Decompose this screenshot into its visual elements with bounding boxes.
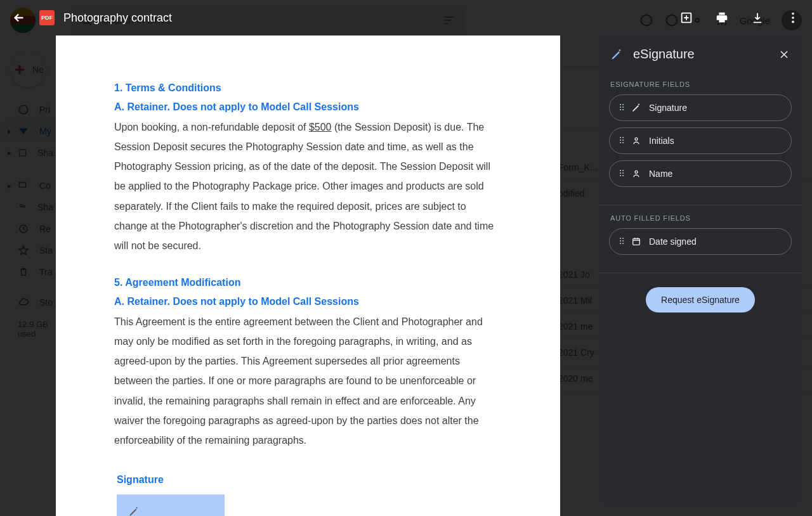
svg-point-23 xyxy=(792,21,794,23)
section-heading-terms: 1. Terms & Conditions xyxy=(114,79,497,98)
more-button[interactable] xyxy=(782,6,804,29)
more-vert-icon xyxy=(786,11,800,25)
drag-handle-icon: ⠿ xyxy=(619,136,624,145)
document-page: 1. Terms & Conditions A. Retainer. Does … xyxy=(56,35,560,516)
person-icon xyxy=(631,169,641,179)
chip-label: Date signed xyxy=(649,236,697,247)
chip-label: Initials xyxy=(649,136,674,146)
esignature-action-row: Request eSignature xyxy=(599,273,802,326)
paragraph-agreement: This Agreement is the entire agreement b… xyxy=(114,312,497,450)
download-button[interactable] xyxy=(746,6,769,29)
svg-point-25 xyxy=(635,171,638,173)
svg-point-24 xyxy=(635,138,638,140)
esignature-fields-section: ESIGNATURE FIELDS ⠿ Signature ⠿ Initials… xyxy=(599,72,802,203)
arrow-left-icon xyxy=(12,11,26,25)
subheading-retainer-2: A. Retainer. Does not apply to Model Cal… xyxy=(114,292,497,311)
drag-handle-icon: ⠿ xyxy=(619,103,624,112)
close-button[interactable] xyxy=(778,48,790,61)
add-box-icon xyxy=(679,11,693,25)
paragraph-deposit: Upon booking, a non-refundable deposit o… xyxy=(114,117,497,255)
drag-handle-icon: ⠿ xyxy=(619,169,624,178)
field-chip-initials[interactable]: ⠿ Initials xyxy=(609,127,792,154)
field-chip-name[interactable]: ⠿ Name xyxy=(609,160,792,187)
print-button[interactable] xyxy=(710,6,733,29)
esignature-title: eSignature xyxy=(633,47,695,61)
esignature-fields-label: ESIGNATURE FIELDS xyxy=(610,81,792,88)
field-chip-date-signed[interactable]: ⠿ Date signed xyxy=(609,228,792,255)
calendar-icon xyxy=(631,236,641,247)
document-title: Photography contract xyxy=(63,11,172,25)
auto-filled-label: AUTO FILLED FIELDS xyxy=(610,214,792,222)
download-icon xyxy=(750,11,764,25)
pdf-badge-icon: PDF xyxy=(39,10,55,25)
add-to-drive-button[interactable] xyxy=(675,6,698,29)
print-icon xyxy=(715,11,729,25)
section-heading-agreement: 5. Agreement Modification xyxy=(114,273,497,292)
pen-icon xyxy=(128,506,140,516)
text-deposit-suffix: (the Session Deposit) is due. The Sessio… xyxy=(114,122,494,251)
field-chip-signature[interactable]: ⠿ Signature xyxy=(609,94,792,121)
signature-field[interactable] xyxy=(117,494,225,516)
request-esignature-button[interactable]: Request eSignature xyxy=(646,287,755,313)
text-deposit-prefix: Upon booking, a non-refundable deposit o… xyxy=(114,122,309,132)
back-button[interactable] xyxy=(8,6,30,29)
text-deposit-amount: $500 xyxy=(309,122,332,132)
svg-rect-26 xyxy=(633,238,640,245)
esignature-panel: eSignature ESIGNATURE FIELDS ⠿ Signature… xyxy=(599,35,802,503)
chip-label: Name xyxy=(649,169,672,179)
svg-point-22 xyxy=(792,16,794,19)
svg-point-21 xyxy=(792,13,794,15)
chip-label: Signature xyxy=(649,103,687,113)
viewer-actions xyxy=(675,6,804,29)
drag-handle-icon: ⠿ xyxy=(619,237,624,246)
pen-icon xyxy=(631,103,641,113)
person-icon xyxy=(631,136,641,146)
auto-filled-section: AUTO FILLED FIELDS ⠿ Date signed xyxy=(599,205,802,271)
esignature-header: eSignature xyxy=(599,35,802,72)
close-icon xyxy=(778,48,790,61)
signature-label: Signature xyxy=(117,474,497,486)
viewer-topbar: PDF Photography contract xyxy=(0,0,812,35)
pen-icon xyxy=(610,48,623,61)
subheading-retainer-1: A. Retainer. Does not apply to Model Cal… xyxy=(114,98,497,117)
